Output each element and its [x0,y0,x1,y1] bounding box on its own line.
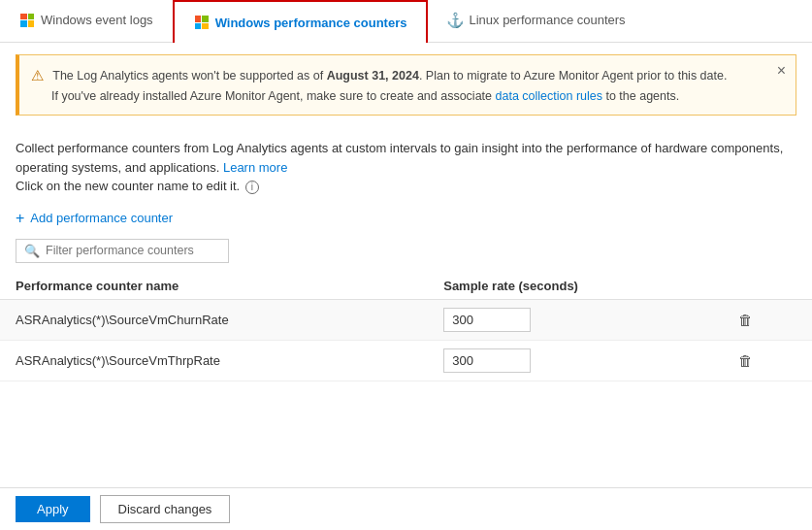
counter-table: Performance counter name Sample rate (se… [0,273,812,381]
action-cell: 🗑 [719,340,812,381]
footer-bar: Apply Discard changes [0,487,812,530]
warning-text-2: . Plan to migrate to Azure Monitor Agent… [419,69,728,83]
table-header-row: Performance counter name Sample rate (se… [0,273,812,300]
filter-input-wrapper[interactable]: 🔍 [16,239,229,263]
add-performance-counter-button[interactable]: + Add performance counter [0,202,812,235]
col-actions [719,273,812,300]
filter-bar: 🔍 [0,235,812,273]
apply-button[interactable]: Apply [16,496,90,522]
click-note: Click on the new counter name to edit it… [16,179,240,193]
learn-more-link[interactable]: Learn more [223,160,287,175]
main-content: ⚠ The Log Analytics agents won't be supp… [0,54,812,381]
plus-icon: + [16,210,24,227]
tab-windows-performance-counters-label: Windows performance counters [215,16,407,30]
delete-row-button[interactable]: 🗑 [734,352,757,369]
warning-text-3: If you've already installed Azure Monito… [51,89,496,103]
description-section: Collect performance counters from Log An… [0,127,812,202]
sample-rate-input[interactable] [443,348,531,373]
warning-text-1: The Log Analytics agents won't be suppor… [52,69,326,83]
description-text: Collect performance counters from Log An… [16,141,783,175]
tab-windows-performance-counters[interactable]: Windows performance counters [173,0,429,43]
warning-icon: ⚠ [31,67,44,83]
col-performance-counter-name: Performance counter name [0,273,428,300]
windows-performance-counters-icon [194,15,210,30]
warning-bold-date: August 31, 2024 [327,69,419,83]
col-sample-rate: Sample rate (seconds) [428,273,718,300]
counter-name-cell[interactable]: ASRAnalytics(*)\SourceVmThrpRate [0,340,428,381]
data-collection-rules-link[interactable]: data collection rules [496,89,602,103]
info-icon: i [245,181,259,194]
action-cell: 🗑 [719,299,812,340]
add-counter-label: Add performance counter [30,211,173,225]
warning-banner: ⚠ The Log Analytics agents won't be supp… [16,54,796,116]
table-row: ASRAnalytics(*)\SourceVmChurnRate🗑 [0,299,812,340]
sample-rate-input[interactable] [443,308,531,332]
tab-windows-event-logs[interactable]: Windows event logs [0,0,173,42]
filter-performance-counters-input[interactable] [46,244,220,257]
delete-row-button[interactable]: 🗑 [734,312,757,328]
discard-changes-button[interactable]: Discard changes [100,495,231,523]
search-icon: 🔍 [24,244,40,258]
counter-name-cell[interactable]: ASRAnalytics(*)\SourceVmChurnRate [0,299,428,340]
windows-event-logs-icon [19,13,35,28]
tab-linux-performance-counters-label: Linux performance counters [469,13,625,27]
table-row: ASRAnalytics(*)\SourceVmThrpRate🗑 [0,340,812,381]
close-warning-button[interactable]: × [777,63,786,79]
tab-bar: Windows event logs Windows performance c… [0,0,812,43]
tab-windows-event-logs-label: Windows event logs [41,13,153,27]
linux-icon: ⚓ [447,13,463,28]
sample-rate-cell [428,299,718,340]
tab-linux-performance-counters[interactable]: ⚓ Linux performance counters [428,0,644,42]
warning-text-4: to the agents. [602,89,679,103]
sample-rate-cell [428,340,718,381]
